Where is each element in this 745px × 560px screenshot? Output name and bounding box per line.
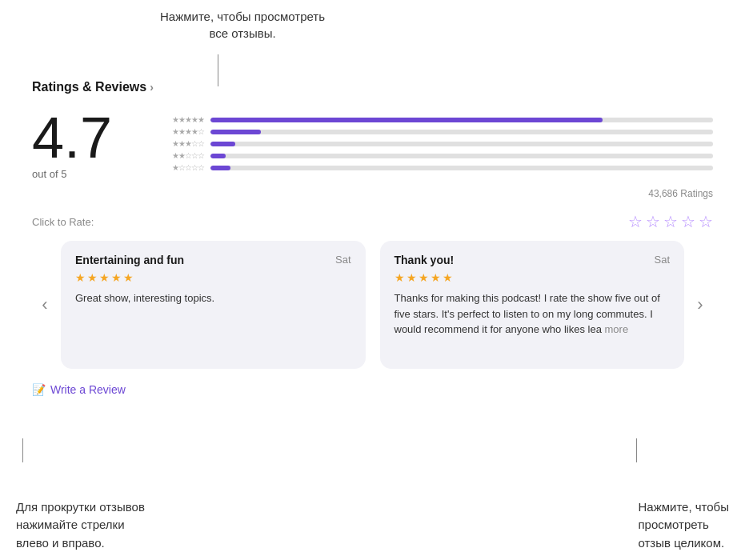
ratings-count-row: 43,686 Ratings [32, 188, 713, 199]
chevron-icon: › [150, 81, 154, 94]
review-date: Sat [335, 254, 351, 266]
review-card-header: Entertaining and funSat [75, 254, 351, 266]
bar-background [210, 118, 713, 122]
write-review: 📝 Write a Review [32, 383, 713, 396]
rate-star-4[interactable]: ☆ [681, 212, 695, 231]
review-star-4: ★ [443, 271, 453, 284]
rate-star-1[interactable]: ☆ [628, 212, 643, 231]
bottom-tooltips: Для прокрутки отзывов нажимайте стрелки … [0, 498, 745, 553]
rate-star-3[interactable]: ☆ [663, 212, 678, 231]
prev-arrow-button[interactable]: ‹ [32, 294, 58, 315]
review-stars: ★★★★★ [75, 271, 351, 284]
bar-background [210, 130, 713, 134]
review-star-1: ★ [407, 271, 417, 284]
review-card-1[interactable]: Thank you!Sat★★★★★Thanks for making this… [380, 241, 685, 369]
reviews-container: ‹ Entertaining and funSat★★★★★Great show… [32, 241, 713, 369]
review-star-3: ★ [111, 271, 122, 284]
review-stars: ★★★★★ [395, 271, 671, 284]
review-star-2: ★ [99, 271, 110, 284]
review-star-4: ★ [123, 271, 134, 284]
section-title: Ratings & Reviews [32, 80, 146, 94]
bar-stars-label: ★★☆☆☆ [160, 151, 204, 160]
review-body: Great show, interesting topics. [75, 290, 351, 306]
review-star-3: ★ [431, 271, 441, 284]
tooltip-bottom-left: Для прокрутки отзывов нажимайте стрелки … [16, 498, 145, 553]
write-review-link[interactable]: Write a Review [50, 383, 126, 396]
bar-background [210, 166, 713, 170]
bar-fill [210, 154, 226, 158]
rate-stars[interactable]: ☆☆☆☆☆ [628, 212, 713, 231]
tooltip-top: Нажмите, чтобы просмотреть все отзывы. [160, 8, 325, 42]
bar-fill [210, 166, 230, 170]
bar-fill [210, 142, 235, 146]
arrow-line-right [636, 438, 637, 462]
review-card-0[interactable]: Entertaining and funSat★★★★★Great show, … [61, 241, 366, 369]
rating-out-of: out of 5 [32, 168, 160, 180]
review-star-0: ★ [75, 271, 86, 284]
total-ratings: 43,686 Ratings [648, 188, 713, 199]
bar-fill [210, 118, 603, 122]
review-body: Thanks for making this podcast! I rate t… [395, 290, 671, 338]
click-to-rate-label: Click to Rate: [32, 216, 94, 228]
review-star-1: ★ [87, 271, 98, 284]
bar-background [210, 142, 713, 146]
bar-row: ★★☆☆☆ [160, 151, 713, 160]
reviews-cards: Entertaining and funSat★★★★★Great show, … [61, 241, 684, 369]
big-score: 4.7 out of 5 [32, 109, 160, 180]
bar-fill [210, 130, 261, 134]
click-to-rate: Click to Rate: ☆☆☆☆☆ [32, 212, 713, 231]
section-header[interactable]: Ratings & Reviews › [32, 80, 713, 94]
rate-star-5[interactable]: ☆ [699, 212, 713, 231]
bar-background [210, 154, 713, 158]
tooltip-bottom-right: Нажмите, чтобы просмотреть отзыв целиком… [638, 498, 729, 553]
bar-stars-label: ★★★★★ [160, 115, 204, 124]
bar-stars-label: ★☆☆☆☆ [160, 163, 204, 172]
write-review-icon: 📝 [32, 383, 46, 396]
review-card-header: Thank you!Sat [395, 254, 671, 266]
rating-number: 4.7 [32, 109, 160, 166]
bar-stars-label: ★★★☆☆ [160, 139, 204, 148]
review-date: Sat [654, 254, 670, 266]
review-star-0: ★ [395, 271, 405, 284]
bar-row: ★★★★☆ [160, 127, 713, 136]
bar-row: ★☆☆☆☆ [160, 163, 713, 172]
bar-row: ★★★★★ [160, 115, 713, 124]
review-title: Thank you! [395, 254, 455, 266]
review-title: Entertaining and fun [75, 254, 184, 266]
rating-block: 4.7 out of 5 ★★★★★★★★★☆★★★☆☆★★☆☆☆★☆☆☆☆ [32, 109, 713, 180]
arrow-line-left [22, 438, 23, 462]
review-more-link[interactable]: more [602, 323, 628, 335]
rating-bars: ★★★★★★★★★☆★★★☆☆★★☆☆☆★☆☆☆☆ [160, 109, 713, 172]
next-arrow-button[interactable]: › [687, 294, 713, 315]
main-content: Ratings & Reviews › 4.7 out of 5 ★★★★★★★… [32, 80, 713, 396]
review-star-2: ★ [419, 271, 429, 284]
bar-row: ★★★☆☆ [160, 139, 713, 148]
bar-stars-label: ★★★★☆ [160, 127, 204, 136]
rate-star-2[interactable]: ☆ [646, 212, 660, 231]
